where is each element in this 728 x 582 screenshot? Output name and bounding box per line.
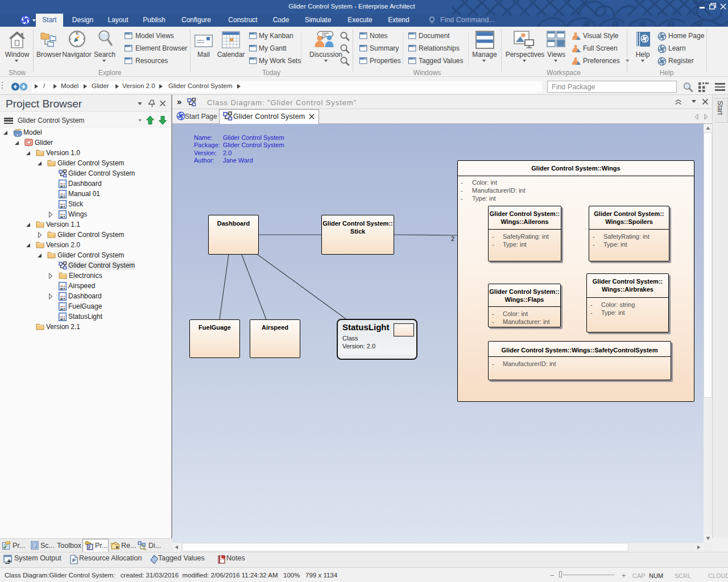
svg-text:P: P xyxy=(72,558,76,563)
svg-text:2: 2 xyxy=(451,235,454,242)
